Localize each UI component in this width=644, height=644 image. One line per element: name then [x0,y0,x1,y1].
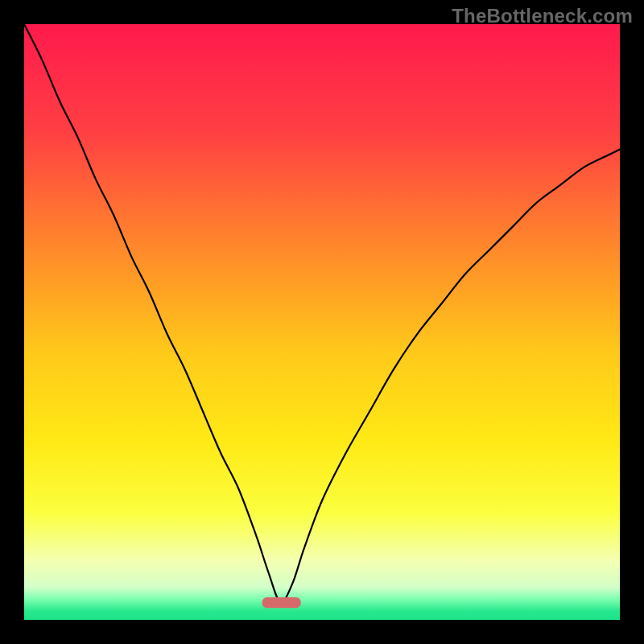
watermark-label: TheBottleneck.com [452,5,633,27]
plot-area [24,24,620,620]
chart-canvas-frame: TheBottleneck.com [0,0,644,644]
plot-svg [24,24,620,620]
gradient-background [24,24,620,620]
optimal-region-marker [262,597,301,608]
